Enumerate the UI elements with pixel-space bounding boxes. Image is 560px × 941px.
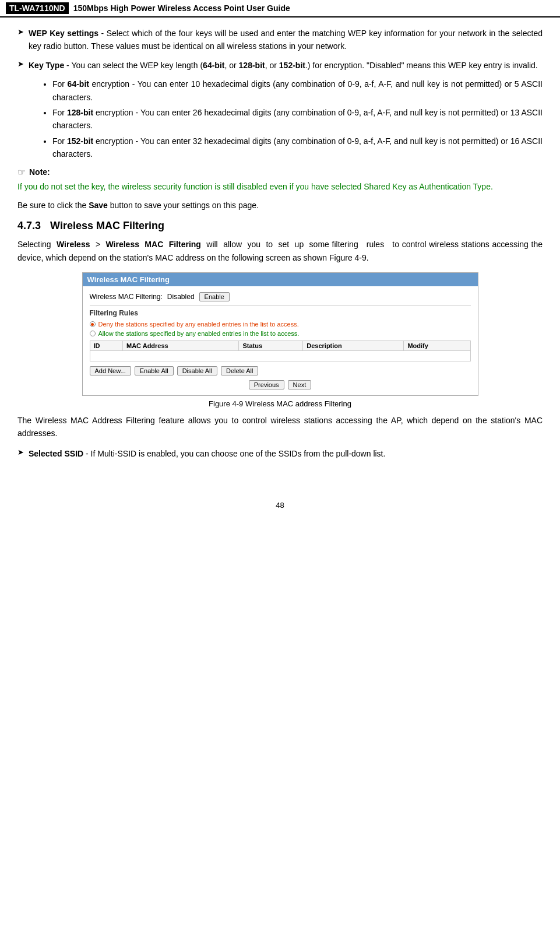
allow-radio-row[interactable]: Allow the stations specified by any enab…: [90, 330, 471, 337]
key-type-text: Key Type - You can select the WEP key le…: [29, 59, 543, 72]
bullet-prefix-1: For: [52, 79, 68, 89]
bit64-label: 64-bit: [203, 61, 224, 70]
wireless-bold: Wireless: [57, 240, 90, 249]
mac-filtering-label: Wireless MAC Filtering:: [90, 293, 163, 301]
section-number: 4.7.3: [17, 220, 41, 231]
selected-ssid-label: Selected SSID: [29, 449, 83, 458]
content-area: ➤ WEP Key settings - Select which of the…: [0, 17, 560, 483]
intro-paragraph: Selecting Wireless > Wireless MAC Filter…: [17, 238, 543, 264]
save-note: Be sure to click the Save button to save…: [17, 199, 543, 212]
mac-table: ID MAC Address Status Description Modify: [90, 340, 471, 361]
screen-title-bar: Wireless MAC Filtering: [83, 273, 478, 286]
selected-ssid-text: Selected SSID - If Multi-SSID is enabled…: [29, 447, 543, 460]
note-text: If you do not set the key, the wireless …: [17, 180, 543, 193]
deny-radio-row[interactable]: Deny the stations specified by any enabl…: [90, 321, 471, 328]
table-header-row: ID MAC Address Status Description Modify: [90, 341, 470, 351]
disable-all-button[interactable]: Disable All: [177, 366, 217, 375]
bullet-text-2: encryption - You can enter 26 hexadecima…: [52, 108, 543, 130]
list-item: For 152-bit encryption - You can enter 3…: [52, 135, 543, 161]
bullet-prefix-2: For: [52, 108, 67, 117]
divider: [90, 305, 471, 306]
bullet-bold-1: 64-bit: [68, 79, 89, 89]
page-header: TL-WA7110ND 150Mbps High Power Wireless …: [0, 0, 560, 17]
arrow-icon-2: ➤: [17, 59, 24, 68]
next-button[interactable]: Next: [288, 380, 312, 389]
save-note-prefix: Be sure to click the: [17, 201, 89, 210]
table-empty-row: [90, 351, 470, 361]
or2: , or: [265, 61, 279, 70]
col-modify: Modify: [404, 341, 470, 351]
key-type-prefix: - You can select the WEP key length (: [64, 61, 203, 70]
enable-all-button[interactable]: Enable All: [135, 366, 174, 375]
deny-radio[interactable]: [90, 321, 96, 327]
bullet-bold-3: 152-bit: [67, 136, 93, 146]
header-title: 150Mbps High Power Wireless Access Point…: [73, 3, 290, 13]
screenshot-container: Wireless MAC Filtering Wireless MAC Filt…: [17, 272, 543, 408]
or1: , or: [224, 61, 238, 70]
filtering-rules-title: Filtering Rules: [90, 309, 471, 317]
mac-filtering-row: Wireless MAC Filtering: Disabled Enable: [90, 292, 471, 301]
save-note-suffix: button to save your settings on this pag…: [108, 201, 259, 210]
bit152-label: 152-bit: [279, 61, 305, 70]
add-new-button[interactable]: Add New...: [90, 366, 131, 375]
wep-settings-label: WEP Key settings: [29, 29, 98, 38]
list-item: For 64-bit encryption - You can enter 10…: [52, 78, 543, 104]
wep-settings-text: WEP Key settings - Select which of the f…: [29, 27, 543, 53]
selected-ssid-para: ➤ Selected SSID - If Multi-SSID is enabl…: [17, 447, 543, 460]
previous-button[interactable]: Previous: [249, 380, 284, 389]
list-item: For 128-bit encryption - You can enter 2…: [52, 106, 543, 132]
note-label: Note:: [29, 167, 50, 177]
encryption-list: For 64-bit encryption - You can enter 10…: [52, 78, 543, 160]
col-status: Status: [239, 341, 303, 351]
delete-all-button[interactable]: Delete All: [221, 366, 258, 375]
model-label: TL-WA7110ND: [6, 2, 69, 14]
section-heading: 4.7.3Wireless MAC Filtering: [17, 220, 543, 232]
enable-button[interactable]: Enable: [199, 292, 230, 301]
bit128-label: 128-bit: [239, 61, 265, 70]
mac-filtering-bold: Wireless MAC Filtering: [105, 240, 200, 249]
col-description: Description: [303, 341, 404, 351]
wep-settings-body: - Select which of the four keys will be …: [29, 29, 543, 51]
deny-text: Deny the stations specified by any enabl…: [98, 321, 299, 328]
col-id: ID: [90, 341, 123, 351]
key-type-suffix: .) for encryption. "Disabled" means this…: [305, 61, 538, 70]
screenshot-box: Wireless MAC Filtering Wireless MAC Filt…: [82, 272, 478, 396]
screen-body: Wireless MAC Filtering: Disabled Enable …: [83, 286, 478, 395]
nav-row: Previous Next: [90, 380, 471, 389]
key-type-label: Key Type: [29, 61, 64, 70]
allow-radio[interactable]: [90, 331, 96, 336]
mac-filtering-value: Disabled: [167, 293, 195, 301]
bullet-prefix-3: For: [52, 136, 67, 146]
button-row: Add New... Enable All Disable All Delete…: [90, 366, 471, 375]
col-mac: MAC Address: [123, 341, 239, 351]
note-icon: ☞: [17, 167, 26, 178]
figure-caption: Figure 4-9 Wireless MAC address Filterin…: [209, 399, 351, 408]
save-bold: Save: [89, 201, 108, 210]
arrow-icon-3: ➤: [17, 448, 24, 457]
bullet-text-1: encryption - You can enter 10 hexadecima…: [52, 79, 543, 101]
bullet-bold-2: 128-bit: [67, 108, 93, 117]
feature-para: The Wireless MAC Address Filtering featu…: [17, 414, 543, 440]
allow-text: Allow the stations specified by any enab…: [98, 330, 300, 337]
key-type-para: ➤ Key Type - You can select the WEP key …: [17, 59, 543, 72]
selected-ssid-body: - If Multi-SSID is enabled, you can choo…: [83, 449, 385, 458]
bullet-text-3: encryption - You can enter 32 hexadecima…: [52, 136, 543, 159]
page-number: 48: [0, 501, 560, 510]
section-title: Wireless MAC Filtering: [50, 220, 164, 231]
note-header: ☞ Note:: [17, 167, 543, 178]
arrow-icon: ➤: [17, 27, 24, 36]
wep-settings-para: ➤ WEP Key settings - Select which of the…: [17, 27, 543, 53]
